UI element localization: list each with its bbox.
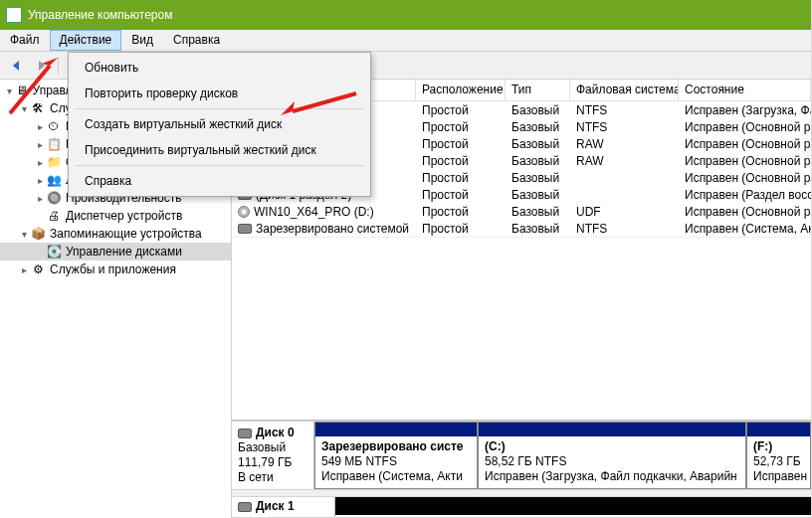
volume-layout: Простой xyxy=(416,205,506,219)
services-icon: ⚙ xyxy=(30,261,46,277)
tree-device-manager[interactable]: 🖨 Диспетчер устройств xyxy=(0,207,231,225)
disk1-info[interactable]: Диск 1 xyxy=(232,497,335,517)
dd-refresh[interactable]: Обновить xyxy=(71,55,368,81)
volume-layout: Простой xyxy=(416,188,506,202)
disk1-block: Диск 1 xyxy=(232,496,811,518)
col-fs[interactable]: Файловая система xyxy=(570,80,679,100)
volume-fs: NTFS xyxy=(570,222,679,236)
volume-row[interactable]: Зарезервировано системойПростойБазовыйNT… xyxy=(232,220,811,237)
dd-attach-vhd[interactable]: Присоединить виртуальный жесткий диск xyxy=(71,137,368,163)
disk-icon xyxy=(238,224,252,234)
window-title: Управление компьютером xyxy=(28,8,172,22)
dd-help[interactable]: Справка xyxy=(71,168,368,194)
dd-separator xyxy=(75,165,364,166)
menu-action[interactable]: Действие xyxy=(50,30,122,51)
volume-fs: UDF xyxy=(570,205,679,219)
partition[interactable]: (F:)52,73 ГБИсправен xyxy=(746,422,811,489)
disk1-unallocated[interactable] xyxy=(335,497,811,515)
volume-name: Зарезервировано системой xyxy=(256,222,409,236)
volume-state: Исправен (Система, Ак xyxy=(679,222,811,236)
volume-state: Исправен (Загрузка, Фа xyxy=(679,103,811,117)
tree-disk-management[interactable]: 💽 Управление дисками xyxy=(0,243,231,260)
disk-icon: 💽 xyxy=(46,244,62,259)
event-icon: 📋 xyxy=(46,136,62,152)
chevron-right-icon: ▸ xyxy=(34,175,46,186)
disk0-info[interactable]: Диск 0 Базовый 111,79 ГБ В сети xyxy=(232,422,314,489)
partition-size: 58,52 ГБ NTFS xyxy=(485,454,739,469)
chevron-right-icon: ▸ xyxy=(34,193,46,204)
volume-type: Базовый xyxy=(506,154,570,168)
chevron-down-icon: ▾ xyxy=(18,229,30,240)
volume-layout: Простой xyxy=(416,103,506,117)
volume-state: Исправен (Основной ра xyxy=(679,120,811,134)
partition-name: (C:) xyxy=(485,439,739,454)
disk0-title: Диск 0 xyxy=(256,426,295,440)
volume-fs: RAW xyxy=(570,137,679,151)
disk0-type: Базовый xyxy=(238,440,307,455)
col-type[interactable]: Тип xyxy=(506,80,570,100)
col-state[interactable]: Состояние xyxy=(679,80,811,100)
volume-type: Базовый xyxy=(506,222,570,236)
partition-size: 549 МБ NTFS xyxy=(321,454,471,469)
volume-layout: Простой xyxy=(416,154,506,168)
tree-label: Диспетчер устройств xyxy=(66,209,182,223)
chevron-right-icon: ▸ xyxy=(34,157,46,168)
disk-map: Диск 0 Базовый 111,79 ГБ В сети Зарезерв… xyxy=(232,420,811,518)
tree-storage[interactable]: ▾ 📦 Запоминающие устройства xyxy=(0,225,231,243)
storage-icon: 📦 xyxy=(30,226,46,242)
volume-name: WIN10_X64_PRO (D:) xyxy=(254,205,374,219)
partition-name: Зарезервировано систе xyxy=(321,439,471,454)
volume-type: Базовый xyxy=(506,137,570,151)
volume-layout: Простой xyxy=(416,137,506,151)
clock-icon: ⏲ xyxy=(46,118,62,134)
volume-layout: Простой xyxy=(416,222,506,236)
app-icon xyxy=(6,7,22,23)
chevron-right-icon: ▸ xyxy=(18,264,30,275)
disk1-title: Диск 1 xyxy=(256,499,295,514)
partition[interactable]: (C:)58,52 ГБ NTFSИсправен (Загрузка, Фай… xyxy=(478,422,746,489)
nav-back-button[interactable] xyxy=(4,55,28,77)
chevron-down-icon: ▾ xyxy=(18,103,30,114)
dd-create-vhd[interactable]: Создать виртуальный жесткий диск xyxy=(71,111,368,137)
title-bar: Управление компьютером xyxy=(0,0,811,30)
disk-icon xyxy=(238,502,252,512)
col-layout[interactable]: Расположение xyxy=(416,80,506,100)
volume-state: Исправен (Основной ра xyxy=(679,205,811,219)
partition-strip xyxy=(315,423,477,436)
volume-fs: RAW xyxy=(570,154,679,168)
chevron-right-icon: ▸ xyxy=(34,139,46,150)
dd-separator xyxy=(75,108,364,109)
disk0-block: Диск 0 Базовый 111,79 ГБ В сети Зарезерв… xyxy=(232,421,811,490)
volume-row[interactable]: WIN10_X64_PRO (D:)ПростойБазовыйUDFИспра… xyxy=(232,203,811,220)
toolbar-separator xyxy=(58,57,59,75)
menu-view[interactable]: Вид xyxy=(121,30,163,51)
tree-services[interactable]: ▸ ⚙ Службы и приложения xyxy=(0,260,231,278)
computer-management-window: Управление компьютером Файл Действие Вид… xyxy=(0,0,812,518)
volume-type: Базовый xyxy=(506,120,570,134)
volume-type: Базовый xyxy=(506,171,570,185)
partition-strip xyxy=(747,423,810,436)
volume-layout: Простой xyxy=(416,120,506,134)
menu-help[interactable]: Справка xyxy=(163,30,230,51)
volume-state: Исправен (Основной ра xyxy=(679,137,811,151)
folder-icon: 📁 xyxy=(46,154,62,170)
partition[interactable]: Зарезервировано систе549 МБ NTFSИсправен… xyxy=(314,422,478,489)
perf-icon: 🔘 xyxy=(46,190,62,206)
partition-strip xyxy=(479,423,745,436)
volume-layout: Простой xyxy=(416,171,506,185)
tools-icon: 🛠 xyxy=(30,100,46,116)
volume-fs: NTFS xyxy=(570,120,679,134)
arrow-right-icon xyxy=(39,61,45,71)
volume-type: Базовый xyxy=(506,205,570,219)
chevron-right-icon: ▸ xyxy=(34,121,46,132)
menu-file[interactable]: Файл xyxy=(0,30,50,51)
tree-label: Запоминающие устройства xyxy=(50,227,202,241)
volume-state: Исправен (Раздел восст xyxy=(679,188,811,202)
dd-rescan[interactable]: Повторить проверку дисков xyxy=(71,81,368,106)
partition-size: 52,73 ГБ xyxy=(753,454,804,469)
tree-label: Управление дисками xyxy=(66,245,182,259)
arrow-left-icon xyxy=(13,61,19,71)
nav-forward-button[interactable] xyxy=(30,55,54,77)
partition-state: Исправен (Система, Акти xyxy=(321,469,471,484)
device-icon: 🖨 xyxy=(46,208,62,224)
